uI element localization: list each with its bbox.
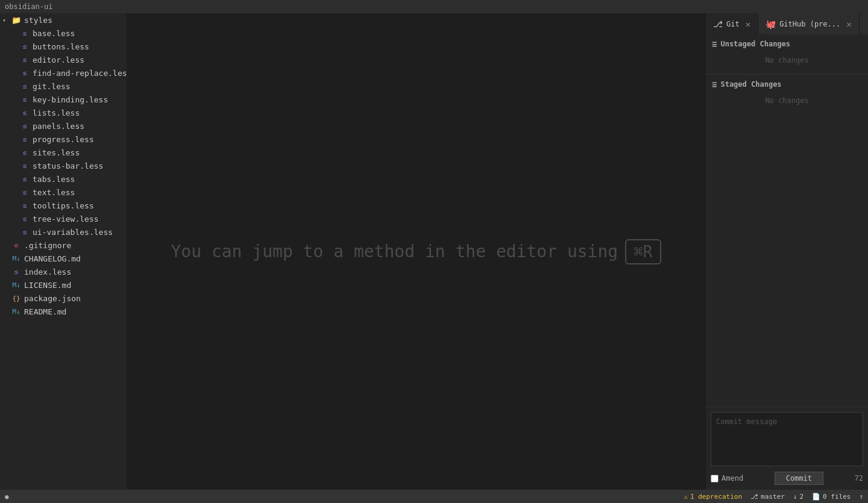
less-icon: ≤	[11, 266, 22, 277]
file-label: tabs.less	[33, 175, 75, 184]
file-label: LICENSE.md	[24, 281, 71, 290]
sidebar-item-CHANGELOG.md[interactable]: M↓CHANGELOG.md	[0, 252, 127, 265]
git-panel: ⎇ Git ✕ 🐙 GitHub (pre... ✕ ≡ Unstaged Ch…	[705, 13, 868, 490]
folder-label: styles	[24, 16, 52, 25]
sidebar-item-README.md[interactable]: M↓README.md	[0, 305, 127, 318]
less-file-icon: ≤	[19, 173, 30, 184]
md-icon: M↓	[11, 253, 22, 264]
chevron-down-icon: ▾	[2, 17, 11, 23]
less-file-icon: ≤	[19, 227, 30, 237]
md-icon: M↓	[11, 306, 22, 317]
unstaged-header: ≡ Unstaged Changes	[706, 34, 868, 54]
commit-button[interactable]: Commit	[775, 472, 823, 485]
amend-text: Amend	[722, 474, 743, 483]
down-count: 2	[799, 493, 804, 501]
sidebar-item-lists.less[interactable]: ≤lists.less	[0, 106, 127, 119]
sidebar-item-text.less[interactable]: ≤text.less	[0, 186, 127, 199]
sidebar-item-index.less[interactable]: ≤index.less	[0, 265, 127, 278]
warning-icon: ⚠	[684, 493, 688, 501]
top-bar: obsidian-ui	[0, 0, 868, 13]
file-label: index.less	[24, 267, 71, 276]
file-label: tree-view.less	[33, 214, 99, 223]
file-label: base.less	[33, 29, 75, 38]
status-down: ↓ 2	[793, 493, 804, 501]
github-tab-close-icon[interactable]: ✕	[846, 19, 851, 29]
sidebar-item-tabs.less[interactable]: ≤tabs.less	[0, 172, 127, 186]
status-bar-right: ⚠ 1 deprecation ⎇ master ↓ 2 📄 0 files ↑	[684, 493, 863, 501]
staged-no-changes: No changes	[706, 94, 868, 112]
sidebar-item-tree-view.less[interactable]: ≤tree-view.less	[0, 212, 127, 225]
sidebar-item-key-binding.less[interactable]: ≤key-binding.less	[0, 93, 127, 106]
file-label: text.less	[33, 188, 75, 197]
json-icon: {}	[11, 293, 22, 304]
sidebar-item-panels.less[interactable]: ≤panels.less	[0, 119, 127, 133]
file-label: git.less	[33, 82, 71, 91]
commit-count: 72	[855, 474, 863, 483]
unstaged-section: ≡ Unstaged Changes No changes	[706, 34, 868, 72]
file-label: CHANGELOG.md	[24, 254, 81, 263]
unstaged-label: Unstaged Changes	[720, 40, 790, 48]
sidebar-item-tooltips.less[interactable]: ≤tooltips.less	[0, 199, 127, 212]
sidebar-item-LICENSE.md[interactable]: M↓LICENSE.md	[0, 278, 127, 292]
down-arrow-icon: ↓	[793, 493, 797, 501]
file-label: key-binding.less	[33, 95, 108, 104]
commit-message-input[interactable]	[711, 412, 863, 466]
gitignore-icon: ⊘	[11, 240, 22, 251]
sidebar-item-find-and-replace.less[interactable]: ≤find-and-replace.less	[0, 66, 127, 80]
editor-area: You can jump to a method in the editor u…	[127, 13, 705, 490]
file-label: find-and-replace.less	[33, 69, 127, 78]
tab-git[interactable]: ⎇ Git ✕	[706, 13, 758, 34]
app-title: obsidian-ui	[5, 2, 52, 11]
sidebar-item-base.less[interactable]: ≤base.less	[0, 27, 127, 40]
less-file-icon: ≤	[19, 28, 30, 39]
warning-label: 1 deprecation	[690, 493, 742, 501]
sync-icon: ↑	[859, 493, 863, 501]
less-file-icon: ≤	[19, 213, 30, 224]
amend-checkbox[interactable]	[711, 475, 719, 483]
sidebar-item-package.json[interactable]: {}package.json	[0, 292, 127, 305]
less-file-icon: ≤	[19, 81, 30, 92]
files-label: 0 files	[823, 493, 851, 501]
sidebar-folder-styles[interactable]: ▾ 📁 styles	[0, 13, 127, 27]
less-file-icon: ≤	[19, 134, 30, 145]
sidebar-item-ui-variables.less[interactable]: ≤ui-variables.less	[0, 225, 127, 239]
tab-github[interactable]: 🐙 GitHub (pre... ✕	[758, 13, 860, 34]
git-tab-icon: ⎇	[713, 19, 723, 29]
files-icon: 📄	[812, 493, 820, 501]
amend-label[interactable]: Amend	[711, 474, 743, 483]
status-files: 📄 0 files	[812, 493, 851, 501]
staged-section: ≡ Staged Changes No changes	[706, 74, 868, 112]
file-label: panels.less	[33, 122, 84, 131]
md-icon: M↓	[11, 280, 22, 290]
file-label: sites.less	[33, 148, 80, 157]
hint-text: You can jump to a method in the editor u…	[171, 239, 661, 264]
hint-label: You can jump to a method in the editor u…	[171, 242, 618, 261]
file-label: lists.less	[33, 108, 80, 117]
status-bar-left: ◉	[5, 493, 9, 501]
unstaged-no-changes: No changes	[706, 54, 868, 72]
sidebar-item-status-bar.less[interactable]: ≤status-bar.less	[0, 159, 127, 172]
sidebar-item-git.less[interactable]: ≤git.less	[0, 80, 127, 93]
less-file-icon: ≤	[19, 160, 30, 171]
file-label: README.md	[24, 307, 66, 316]
sidebar-item-.gitignore[interactable]: ⊘.gitignore	[0, 239, 127, 252]
file-label: tooltips.less	[33, 201, 94, 210]
unstaged-icon: ≡	[712, 39, 717, 49]
less-file-icon: ≤	[19, 107, 30, 118]
sidebar-item-buttons.less[interactable]: ≤buttons.less	[0, 40, 127, 53]
sidebar-item-sites.less[interactable]: ≤sites.less	[0, 146, 127, 159]
less-file-icon: ≤	[19, 187, 30, 198]
commit-footer: Amend Commit 72	[711, 472, 863, 485]
status-bar: ◉ ⚠ 1 deprecation ⎇ master ↓ 2 📄 0 files…	[0, 490, 868, 503]
sidebar-item-progress.less[interactable]: ≤progress.less	[0, 133, 127, 146]
git-tab-label: Git	[726, 20, 740, 28]
keyboard-shortcut: ⌘R	[625, 239, 661, 264]
root-files-list: ⊘.gitignoreM↓CHANGELOG.md≤index.lessM↓LI…	[0, 239, 127, 318]
branch-label: master	[761, 493, 785, 501]
commit-area: Amend Commit 72	[706, 407, 868, 490]
status-left-icon: ◉	[5, 493, 9, 501]
github-icon: 🐙	[766, 19, 776, 29]
file-label: progress.less	[33, 135, 94, 144]
sidebar-item-editor.less[interactable]: ≤editor.less	[0, 53, 127, 66]
git-tab-close-icon[interactable]: ✕	[746, 19, 750, 29]
